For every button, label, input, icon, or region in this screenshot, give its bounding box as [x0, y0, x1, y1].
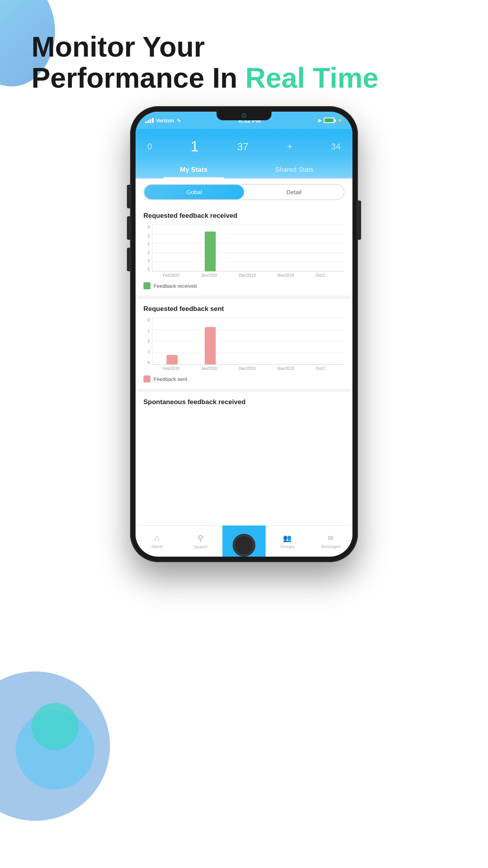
carrier-label: Verizon: [156, 118, 174, 123]
chart-1-y-axis: 5 4 3 2 1 0: [143, 224, 150, 272]
phone-screen: Verizon ∿ 8:32 PM ▶ ⚡ 0 1 37: [136, 112, 352, 557]
phone-camera: [242, 113, 246, 118]
main-tabs: My Stats Shared Stats: [143, 161, 345, 178]
chart-3-title: Spontaneous feedback received: [143, 398, 345, 406]
app-content: Gobal Detail Requested feedback received: [136, 178, 352, 555]
header-line2-prefix: Performance In: [31, 62, 245, 94]
chart-1-bars: [152, 224, 345, 271]
chart-feedback-received: Requested feedback received 5 4 3 2 1 0: [136, 206, 352, 299]
nav-item-home[interactable]: ⌂ Home: [136, 526, 179, 557]
header-highlight: Real Time: [245, 62, 378, 94]
tab-shared-stats[interactable]: Shared Stats: [244, 161, 345, 178]
bar-group-5: [310, 224, 341, 271]
toggle-detail[interactable]: Detail: [244, 185, 344, 199]
view-toggle-container: Gobal Detail: [136, 178, 352, 206]
toggle-global[interactable]: Gobal: [144, 185, 244, 199]
chart-2-x-labels: Feb/2020 Jan/2020 Dec/2019 Nov/2019 Oct/…: [143, 365, 345, 371]
signal-bar-3: [150, 119, 151, 123]
nav-item-search[interactable]: ⚲ Search: [179, 526, 222, 557]
chart-2-legend: Feedback sent: [143, 375, 345, 383]
location-icon: ▶: [318, 118, 321, 123]
bg-decoration-bottom-teal: [31, 703, 79, 750]
bar-sent-group-4: [271, 318, 302, 364]
chart-1-title: Requested feedback received: [143, 212, 345, 220]
status-bar-right: ▶ ⚡: [318, 118, 343, 123]
chart-2-y-axis: 4 3 2 1 0: [143, 318, 150, 365]
bar-group-4: [271, 224, 302, 271]
battery-indicator: [324, 118, 335, 123]
nav-item-groups[interactable]: 👥 Groups: [266, 526, 309, 557]
app-header: 0 1 37 + 34 My Stats Shared Stats: [136, 129, 352, 178]
header-numbers: 0 1 37 + 34: [143, 135, 345, 158]
legend-color-green: [143, 282, 150, 289]
bar-group-2: [194, 224, 226, 271]
phone-home-button-inner: [234, 535, 254, 555]
header-num-1: 1: [191, 138, 198, 155]
battery-fill: [325, 118, 332, 122]
header-num-37: 37: [237, 141, 248, 153]
chart-spontaneous-partial: Spontaneous feedback received: [136, 392, 352, 414]
phone-home-button[interactable]: [233, 534, 255, 557]
bar-group-3: [233, 224, 264, 271]
nav-label-search: Search: [194, 544, 207, 549]
phone-mockup: Verizon ∿ 8:32 PM ▶ ⚡ 0 1 37: [39, 106, 449, 562]
bar-sent-feb2020: [167, 355, 178, 364]
search-icon: ⚲: [198, 533, 204, 543]
charging-icon: ⚡: [337, 118, 343, 123]
nav-label-groups: Groups: [280, 544, 294, 549]
bar-group-1: [156, 224, 187, 271]
legend-label-sent: Feedback sent: [154, 376, 187, 382]
bar-sent-jan2020: [205, 327, 216, 364]
chart-2-bars: [152, 318, 345, 364]
nav-item-messages[interactable]: ✉ Messages: [309, 526, 352, 557]
tab-my-stats[interactable]: My Stats: [143, 161, 244, 178]
page-header: Monitor Your Performance In Real Time: [31, 31, 457, 94]
phone-frame: Verizon ∿ 8:32 PM ▶ ⚡ 0 1 37: [130, 106, 358, 562]
bar-sent-group-3: [233, 318, 264, 364]
header-line1: Monitor Your: [31, 31, 457, 63]
nav-label-messages: Messages: [321, 544, 341, 549]
status-bar-left: Verizon ∿: [145, 117, 181, 123]
nav-label-home: Home: [152, 544, 163, 549]
bar-sent-group-1: [156, 318, 187, 364]
header-plus-btn[interactable]: +: [287, 141, 292, 152]
content-scroll[interactable]: Gobal Detail Requested feedback received: [136, 178, 352, 555]
signal-bar-2: [147, 120, 149, 123]
bar-sent-group-5: [310, 318, 341, 364]
chart-2-area: [152, 318, 345, 365]
bar-jan2020: [205, 232, 216, 271]
chart-1-x-labels: Feb/2020 Jan/2020 Dec/2019 Nov/2019 Oct/…: [143, 272, 345, 278]
chart-1-area: [152, 224, 345, 272]
messages-icon: ✉: [328, 534, 334, 542]
signal-bar-1: [145, 121, 147, 123]
header-num-0: 0: [147, 142, 152, 152]
home-icon: ⌂: [155, 533, 160, 542]
chart-1-legend: Feedback received: [143, 282, 345, 289]
chart-2-title: Requested feedback sent: [143, 305, 345, 313]
chart-feedback-sent: Requested feedback sent 4 3 2 1 0: [136, 299, 352, 392]
header-num-34: 34: [331, 142, 340, 152]
view-toggle-group: Gobal Detail: [143, 184, 345, 200]
wifi-icon: ∿: [176, 117, 181, 123]
legend-color-pink: [143, 375, 150, 383]
signal-bars: [145, 118, 154, 123]
legend-label-received: Feedback received: [154, 283, 197, 289]
header-line2: Performance In Real Time: [31, 63, 457, 94]
groups-icon: 👥: [283, 534, 292, 542]
signal-bar-4: [152, 118, 154, 123]
bar-sent-group-2: [194, 318, 226, 364]
